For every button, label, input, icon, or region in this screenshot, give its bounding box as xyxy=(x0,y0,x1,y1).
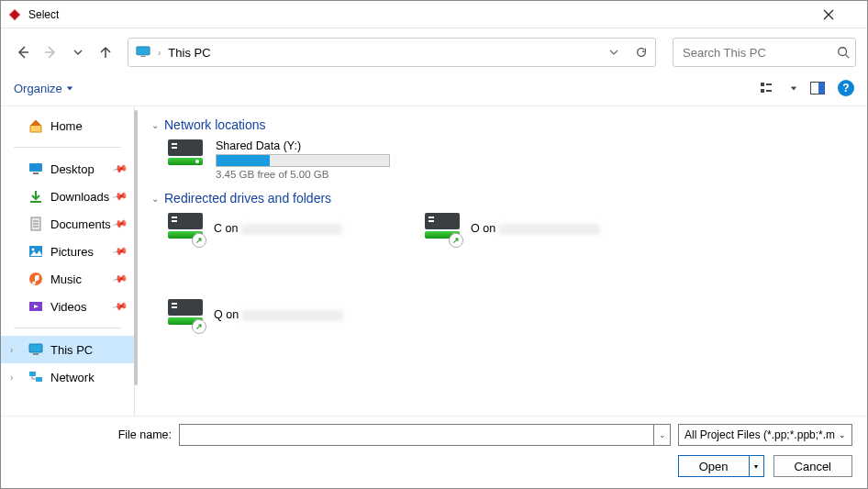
sidebar-item-label: This PC xyxy=(50,343,93,357)
chevron-down-icon: ⌄ xyxy=(839,430,846,439)
redirected-drive-c[interactable]: ↗ C on xyxy=(168,213,370,244)
drive-prefix: O on xyxy=(471,222,495,235)
sidebar-item-pictures[interactable]: Pictures 📌 xyxy=(1,238,134,265)
file-name-input[interactable] xyxy=(179,424,654,446)
titlebar: Select xyxy=(1,1,867,28)
main-area: Home Desktop 📌 Downloads 📌 Documents 📌 P… xyxy=(1,106,867,416)
help-button[interactable]: ? xyxy=(838,80,854,96)
sidebar-item-downloads[interactable]: Downloads 📌 xyxy=(1,183,134,210)
sidebar-item-label: Videos xyxy=(50,300,87,314)
forward-button[interactable] xyxy=(39,41,61,63)
footer: File name: ⌄ All Project Files (*.pp;*.p… xyxy=(1,416,867,488)
svg-marker-8 xyxy=(67,86,72,90)
group-network-locations[interactable]: ⌄ Network locations xyxy=(151,117,851,132)
documents-icon xyxy=(28,217,43,231)
open-label: Open xyxy=(679,460,749,473)
chevron-right-icon: › xyxy=(10,345,13,355)
pin-icon: 📌 xyxy=(112,298,129,316)
group-redirected[interactable]: ⌄ Redirected drives and folders xyxy=(151,191,851,206)
view-dropdown[interactable] xyxy=(790,84,797,92)
redirected-drive-o[interactable]: ↗ O on xyxy=(425,213,627,244)
file-type-filter[interactable]: All Project Files (*.pp;*.ppb;*.m ⌄ xyxy=(678,424,852,446)
sidebar-item-documents[interactable]: Documents 📌 xyxy=(1,210,134,238)
svg-rect-29 xyxy=(33,353,39,355)
chevron-down-icon: ⌄ xyxy=(151,194,159,204)
address-dropdown[interactable] xyxy=(609,48,618,57)
app-icon xyxy=(8,8,21,21)
svg-rect-31 xyxy=(36,377,42,382)
pin-icon: 📌 xyxy=(112,271,129,288)
cancel-button[interactable]: Cancel xyxy=(773,455,852,477)
open-split-dropdown[interactable]: ▾ xyxy=(749,456,763,476)
drive-prefix: C on xyxy=(214,222,238,235)
network-drive-icon xyxy=(168,139,203,171)
drive-prefix: Q on xyxy=(214,308,239,321)
sidebar-item-label: Desktop xyxy=(50,162,95,176)
svg-line-7 xyxy=(846,55,850,59)
redirected-drive-q[interactable]: ↗ Q on xyxy=(168,299,370,330)
redacted-text xyxy=(242,310,343,321)
svg-rect-5 xyxy=(140,56,145,58)
view-options-button[interactable] xyxy=(761,82,777,94)
chevron-right-icon: › xyxy=(158,48,161,58)
breadcrumb[interactable]: This PC xyxy=(168,46,602,60)
svg-rect-16 xyxy=(29,163,42,172)
sidebar-item-label: Music xyxy=(50,272,82,286)
pin-icon: 📌 xyxy=(112,188,129,206)
drive-shared-data[interactable]: Shared Data (Y:) 3.45 GB free of 5.00 GB xyxy=(151,139,851,180)
desktop-icon xyxy=(28,161,43,176)
sidebar-item-home[interactable]: Home xyxy=(1,112,134,139)
sidebar-item-this-pc[interactable]: › This PC xyxy=(1,336,134,363)
svg-rect-10 xyxy=(761,89,764,93)
music-icon xyxy=(28,272,43,286)
refresh-button[interactable] xyxy=(635,46,648,59)
sidebar-item-music[interactable]: Music 📌 xyxy=(1,265,134,293)
search-box[interactable] xyxy=(673,38,856,67)
downloads-icon xyxy=(28,189,43,204)
sidebar-item-videos[interactable]: Videos 📌 xyxy=(1,293,134,320)
window-title: Select xyxy=(28,8,823,21)
group-label: Redirected drives and folders xyxy=(164,191,331,206)
svg-point-6 xyxy=(839,48,847,56)
back-button[interactable] xyxy=(12,41,34,63)
svg-point-24 xyxy=(32,249,35,251)
scrollbar[interactable] xyxy=(134,110,138,385)
usage-text: 3.45 GB free of 5.00 GB xyxy=(216,169,390,180)
drive-name: Shared Data (Y:) xyxy=(216,139,390,152)
close-button[interactable] xyxy=(823,9,860,20)
search-icon xyxy=(837,46,850,59)
open-button[interactable]: Open ▾ xyxy=(678,455,764,477)
network-icon xyxy=(28,370,43,384)
home-icon xyxy=(28,118,43,133)
svg-rect-11 xyxy=(766,83,772,85)
recent-dropdown[interactable] xyxy=(67,41,89,63)
organize-label: Organize xyxy=(14,82,62,95)
organize-button[interactable]: Organize xyxy=(14,82,73,95)
redirected-drive-icon: ↗ xyxy=(168,299,203,330)
nav-row: › This PC xyxy=(1,28,867,76)
svg-rect-12 xyxy=(766,90,772,92)
redacted-text xyxy=(241,224,342,235)
svg-rect-4 xyxy=(137,47,150,55)
chevron-down-icon: ⌄ xyxy=(151,120,159,130)
preview-pane-button[interactable] xyxy=(810,82,825,94)
file-name-dropdown[interactable]: ⌄ xyxy=(654,424,671,446)
svg-rect-9 xyxy=(761,83,764,86)
sidebar-item-desktop[interactable]: Desktop 📌 xyxy=(1,155,134,183)
pictures-icon xyxy=(28,244,43,259)
this-pc-icon xyxy=(136,46,150,59)
sidebar-item-network[interactable]: › Network xyxy=(1,363,134,391)
sidebar-item-label: Pictures xyxy=(50,245,94,259)
toolbar: Organize ? xyxy=(1,76,867,106)
address-bar[interactable]: › This PC xyxy=(128,38,656,67)
up-button[interactable] xyxy=(95,41,117,63)
redacted-text xyxy=(499,224,600,235)
redirected-drive-icon: ↗ xyxy=(168,213,203,244)
usage-bar xyxy=(216,154,390,167)
search-input[interactable] xyxy=(683,46,837,60)
svg-marker-13 xyxy=(791,86,796,90)
filter-text: All Project Files (*.pp;*.ppb;*.m xyxy=(684,428,835,441)
redirected-drive-icon: ↗ xyxy=(425,213,460,244)
videos-icon xyxy=(28,299,43,314)
svg-rect-30 xyxy=(29,372,36,376)
